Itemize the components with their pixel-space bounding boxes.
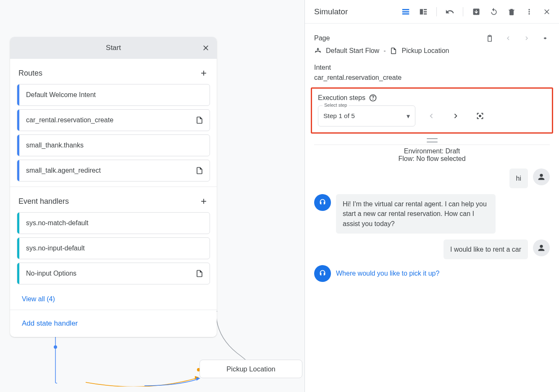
- close-panel-icon[interactable]: [542, 7, 551, 16]
- breadcrumb: Default Start Flow - Pickup Location: [314, 46, 550, 61]
- download-icon[interactable]: [472, 7, 481, 16]
- view-all-link[interactable]: View all (4): [10, 288, 217, 310]
- route-label: Default Welcome Intent: [19, 91, 204, 99]
- event-label: sys.no-input-default: [19, 245, 204, 252]
- event-item[interactable]: sys.no-match-default: [17, 212, 210, 234]
- intent-value: car_rental.reservation_create: [314, 73, 550, 87]
- clipboard-icon[interactable]: [485, 34, 494, 43]
- user-message: hi: [509, 168, 528, 188]
- page-heading: Page: [314, 34, 330, 42]
- step-select-label: Select step: [323, 103, 349, 108]
- focus-icon[interactable]: [472, 108, 488, 124]
- step-prev-icon: [423, 108, 440, 124]
- add-event-icon[interactable]: +: [199, 195, 208, 207]
- add-state-handler-link[interactable]: Add state handler: [10, 310, 217, 337]
- event-label: No-input Options: [19, 270, 195, 277]
- agent-message-link[interactable]: Where would you like to pick it up?: [336, 265, 439, 278]
- collapse-icon[interactable]: [541, 34, 550, 43]
- route-label: car_rental.reservation_create: [19, 116, 195, 124]
- user-message: I would like to rent a car: [444, 239, 528, 259]
- route-item[interactable]: small_thank.thanks: [17, 134, 210, 156]
- route-item[interactable]: small_talk.agent_redirect: [17, 160, 210, 182]
- event-label: sys.no-match-default: [19, 219, 204, 227]
- intent-heading: Intent: [314, 61, 550, 73]
- routes-heading: Routes: [18, 69, 42, 78]
- step-next-icon[interactable]: [447, 108, 464, 124]
- agent-avatar-icon: [314, 194, 331, 211]
- env-line: Environment: Draft: [314, 147, 550, 155]
- breadcrumb-flow[interactable]: Default Start Flow: [326, 47, 379, 55]
- page-icon: [195, 166, 204, 175]
- svg-marker-3: [195, 376, 199, 379]
- node-label: Pickup Location: [226, 365, 276, 373]
- flow-line: Flow: No flow selected: [314, 155, 550, 163]
- flow-icon: [314, 47, 322, 55]
- page-next-icon[interactable]: [522, 34, 531, 43]
- step-select[interactable]: Select step Step 1 of 5 ▾: [318, 105, 415, 126]
- event-item[interactable]: No-input Options: [17, 263, 210, 284]
- page-icon: [195, 269, 204, 278]
- flow-node-pickup-location[interactable]: Pickup Location: [199, 360, 302, 378]
- view-list-icon[interactable]: [401, 7, 410, 16]
- breadcrumb-sep: -: [383, 47, 386, 55]
- user-avatar-icon: [533, 168, 550, 185]
- events-heading: Event handlers: [18, 197, 69, 206]
- delete-icon[interactable]: [507, 7, 516, 16]
- execution-steps-heading: Execution steps: [318, 94, 365, 102]
- user-avatar-icon: [533, 239, 550, 256]
- reset-icon[interactable]: [489, 7, 499, 16]
- route-item[interactable]: Default Welcome Intent: [17, 84, 210, 106]
- help-icon[interactable]: [369, 94, 377, 102]
- agent-message: Hi! I'm the virtual car rental agent. I …: [336, 194, 496, 234]
- step-select-value: Step 1 of 5: [323, 112, 407, 120]
- more-icon[interactable]: [525, 7, 534, 16]
- page-icon: [390, 47, 397, 55]
- execution-steps-section: Execution steps Select step Step 1 of 5 …: [311, 87, 553, 134]
- start-card-header: Start: [10, 37, 217, 59]
- page-prev-icon[interactable]: [504, 34, 513, 43]
- event-item[interactable]: sys.no-input-default: [17, 237, 210, 259]
- add-route-icon[interactable]: +: [199, 67, 208, 79]
- drag-handle[interactable]: [305, 141, 559, 145]
- drag-handle[interactable]: [305, 134, 559, 141]
- undo-icon[interactable]: [445, 7, 454, 16]
- start-card-title: Start: [106, 44, 121, 52]
- agent-avatar-icon: [314, 265, 331, 282]
- svg-point-2: [54, 345, 57, 349]
- start-page-card: Start Routes + Default Welcome Intent ca…: [10, 37, 217, 337]
- simulator-title: Simulator: [314, 7, 401, 16]
- svg-marker-5: [196, 377, 200, 381]
- breadcrumb-page[interactable]: Pickup Location: [402, 47, 449, 55]
- chat-environment-info: Environment: Draft Flow: No flow selecte…: [314, 145, 550, 168]
- route-label: small_talk.agent_redirect: [19, 167, 195, 174]
- view-split-icon[interactable]: [419, 7, 428, 16]
- route-label: small_thank.thanks: [19, 142, 204, 149]
- chevron-down-icon: ▾: [407, 112, 410, 120]
- simulator-panel: Simulator: [304, 0, 559, 392]
- page-icon: [195, 116, 204, 124]
- close-icon[interactable]: [202, 44, 210, 52]
- route-item[interactable]: car_rental.reservation_create: [17, 109, 210, 131]
